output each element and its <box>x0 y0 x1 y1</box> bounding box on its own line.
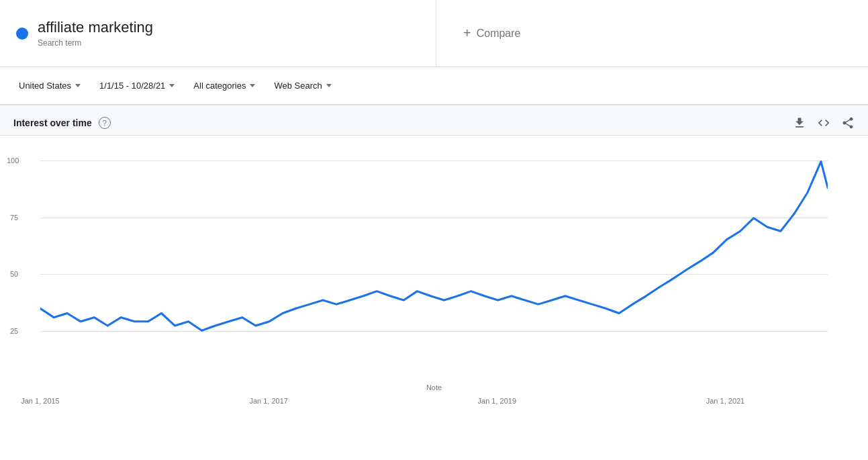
region-label: United States <box>19 81 71 91</box>
download-icon[interactable] <box>793 116 806 130</box>
x-label-2017: Jan 1, 2017 <box>249 397 288 405</box>
search-type-filter[interactable]: Web Search <box>266 75 339 96</box>
help-icon[interactable]: ? <box>99 117 111 129</box>
search-term-title: affiliate marketing <box>38 19 153 36</box>
embed-icon[interactable] <box>817 116 830 130</box>
compare-plus-icon: + <box>463 26 471 41</box>
category-label: All categories <box>193 81 246 91</box>
date-chevron-icon <box>169 84 175 87</box>
x-labels: Jan 1, 2015 Jan 1, 2017 Jan 1, 2019 Jan … <box>40 397 828 410</box>
compare-label: Compare <box>477 28 521 40</box>
search-type-chevron-icon <box>326 84 332 87</box>
x-label-2015: Jan 1, 2015 <box>21 397 60 405</box>
compare-area[interactable]: + Compare <box>436 0 868 66</box>
chart-title: Interest over time <box>13 118 92 128</box>
y-label-100: 100 <box>7 156 19 165</box>
search-term-text: affiliate marketing Search term <box>38 19 153 47</box>
chart-container: 100 75 50 25 Jan 1, 2015 Jan 1, <box>0 135 868 417</box>
trend-line-chart <box>40 149 828 377</box>
category-chevron-icon <box>250 84 255 87</box>
filters-bar: United States 1/1/15 - 10/28/21 All cate… <box>0 67 868 105</box>
x-label-2021: Jan 1, 2021 <box>706 397 745 405</box>
search-type-label: Web Search <box>274 81 322 91</box>
header-section: affiliate marketing Search term + Compar… <box>0 0 868 67</box>
date-filter[interactable]: 1/1/15 - 10/28/21 <box>91 75 183 96</box>
chart-actions <box>793 116 855 130</box>
category-filter[interactable]: All categories <box>185 75 263 96</box>
share-icon[interactable] <box>841 116 855 130</box>
y-label-50: 50 <box>10 270 18 278</box>
y-label-25: 25 <box>10 327 18 335</box>
chart-section: Interest over time ? <box>0 105 868 417</box>
chart-inner: 100 75 50 25 Jan 1, 2015 Jan 1, <box>0 142 868 417</box>
x-label-2019: Jan 1, 2019 <box>478 397 517 405</box>
search-term-subtitle: Search term <box>38 38 81 48</box>
region-chevron-icon <box>75 84 81 87</box>
y-label-75: 75 <box>10 214 18 222</box>
search-term-area: affiliate marketing Search term <box>0 0 436 66</box>
chart-header: Interest over time ? <box>0 105 868 135</box>
date-label: 1/1/15 - 10/28/21 <box>99 81 165 91</box>
region-filter[interactable]: United States <box>11 75 89 96</box>
chart-title-group: Interest over time ? <box>13 117 111 129</box>
search-term-dot <box>16 28 28 40</box>
note-label: Note <box>426 383 442 392</box>
